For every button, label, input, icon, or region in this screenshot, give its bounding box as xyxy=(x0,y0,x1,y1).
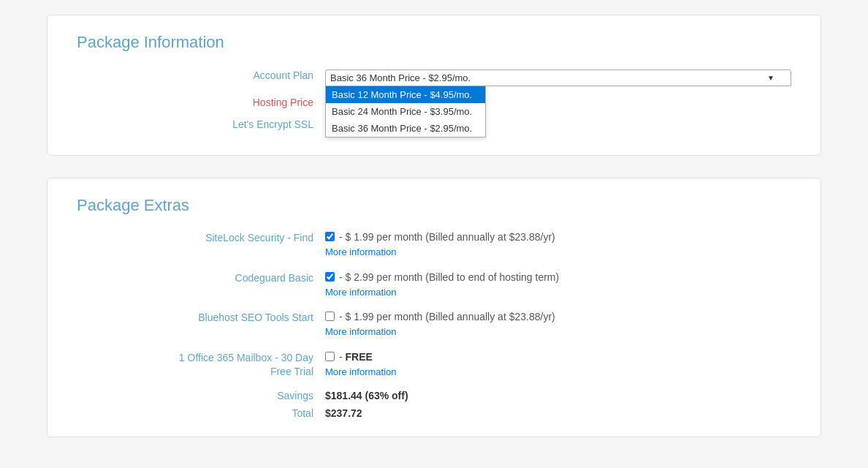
seo-tools-row: Bluehost SEO Tools Start - $ 1.99 per mo… xyxy=(77,309,791,339)
dropdown-arrow-icon: ▼ xyxy=(767,74,774,82)
codeguard-description: - $ 2.99 per month (Billed to end of hos… xyxy=(339,270,559,285)
dropdown-option-1[interactable]: Basic 24 Month Price - $3.95/mo. xyxy=(326,103,485,120)
seo-tools-more-info[interactable]: More information xyxy=(325,325,791,339)
dropdown-list: Basic 12 Month Price - $4.95/mo. Basic 2… xyxy=(325,86,486,137)
package-information-card: Package Information Account Plan Basic 3… xyxy=(47,15,821,156)
dropdown-option-0[interactable]: Basic 12 Month Price - $4.95/mo. xyxy=(326,86,485,103)
package-extras-title: Package Extras xyxy=(77,196,791,215)
total-row: Total $237.72 xyxy=(77,407,791,419)
seo-tools-content: - $ 1.99 per month (Billed annually at $… xyxy=(325,309,791,339)
office365-label: 1 Office 365 Mailbox - 30 Day Free Trial xyxy=(77,350,325,380)
hosting-price-label: Hosting Price xyxy=(77,94,325,108)
sitelock-label: SiteLock Security - Find xyxy=(77,230,325,246)
codeguard-content: - $ 2.99 per month (Billed to end of hos… xyxy=(325,270,791,300)
seo-tools-description: - $ 1.99 per month (Billed annually at $… xyxy=(339,309,555,325)
dropdown-trigger[interactable]: Basic 36 Month Price - $2.95/mo. ▼ xyxy=(325,69,791,86)
seo-tools-checkbox-area: - $ 1.99 per month (Billed annually at $… xyxy=(325,309,791,325)
sitelock-row: SiteLock Security - Find - $ 1.99 per mo… xyxy=(77,230,791,260)
savings-row: Savings $181.44 (63% off) xyxy=(77,390,791,401)
account-plan-row: Account Plan Basic 36 Month Price - $2.9… xyxy=(77,67,791,86)
office365-checkbox[interactable] xyxy=(325,352,335,361)
package-extras-card: Package Extras SiteLock Security - Find … xyxy=(47,178,821,437)
account-plan-value: Basic 36 Month Price - $2.95/mo. ▼ Basic… xyxy=(325,67,791,86)
package-information-title: Package Information xyxy=(77,33,791,52)
sitelock-more-info[interactable]: More information xyxy=(325,245,791,260)
office365-checkbox-area: - FREE xyxy=(325,350,791,365)
office365-more-info[interactable]: More information xyxy=(325,365,791,380)
seo-tools-checkbox[interactable] xyxy=(325,312,335,321)
dropdown-option-2[interactable]: Basic 36 Month Price - $2.95/mo. xyxy=(326,120,485,137)
sitelock-content: - $ 1.99 per month (Billed annually at $… xyxy=(325,230,791,260)
office365-content: - FREE More information xyxy=(325,350,791,380)
office365-free-label: FREE xyxy=(346,351,373,363)
office365-row: 1 Office 365 Mailbox - 30 Day Free Trial… xyxy=(77,350,791,380)
codeguard-more-info[interactable]: More information xyxy=(325,285,791,300)
codeguard-checkbox[interactable] xyxy=(325,272,335,282)
sitelock-checkbox[interactable] xyxy=(325,232,335,241)
codeguard-row: Codeguard Basic - $ 2.99 per month (Bill… xyxy=(77,270,791,300)
codeguard-label: Codeguard Basic xyxy=(77,270,325,286)
account-plan-dropdown[interactable]: Basic 36 Month Price - $2.95/mo. ▼ Basic… xyxy=(325,69,791,86)
office365-description: - FREE xyxy=(339,350,373,365)
savings-label: Savings xyxy=(77,390,325,401)
dropdown-selected-value: Basic 36 Month Price - $2.95/mo. xyxy=(330,72,763,83)
seo-tools-label: Bluehost SEO Tools Start xyxy=(77,309,325,325)
lets-encrypt-label: Let's Encrypt SSL xyxy=(77,116,325,130)
sitelock-checkbox-area: - $ 1.99 per month (Billed annually at $… xyxy=(325,230,791,245)
savings-value: $181.44 (63% off) xyxy=(325,390,408,401)
total-value: $237.72 xyxy=(325,407,362,419)
account-plan-label: Account Plan xyxy=(77,67,325,81)
total-label: Total xyxy=(77,407,325,419)
codeguard-checkbox-area: - $ 2.99 per month (Billed to end of hos… xyxy=(325,270,791,285)
sitelock-description: - $ 1.99 per month (Billed annually at $… xyxy=(339,230,555,245)
